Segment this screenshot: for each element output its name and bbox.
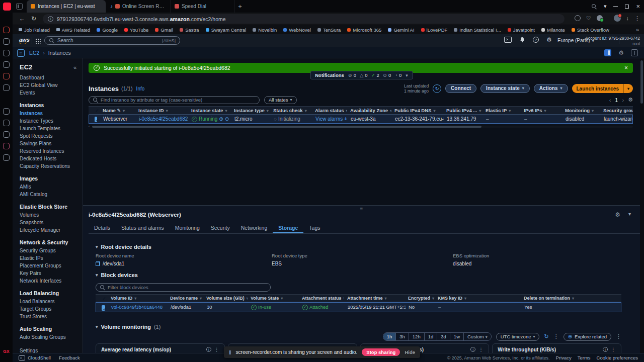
bookmark-item[interactable]: AWS Related [56, 27, 91, 33]
chevron-down-icon[interactable]: ▾ [406, 73, 408, 78]
download-icon[interactable]: ↓ [626, 15, 629, 21]
column-header[interactable]: Attachment status [299, 295, 344, 302]
panel-preferences-icon[interactable]: ⚙ [615, 211, 620, 218]
footer-link[interactable]: Cookie preferences [597, 355, 638, 360]
flashbar-close-icon[interactable]: × [624, 64, 628, 71]
time-range-button[interactable]: 3d [437, 333, 450, 340]
sidebar-item[interactable]: Settings [13, 347, 83, 353]
panel-collapse-icon[interactable]: ▾ [628, 211, 631, 218]
volume-monitoring-section-header[interactable]: ▾ Volume monitoring (1) [96, 324, 160, 330]
help-icon[interactable]: ? [533, 37, 539, 43]
instance-row[interactable]: Webserver i-0e8a5e4f25eabd682 ✓ Running … [89, 115, 633, 124]
extension-icon[interactable] [575, 15, 581, 21]
instance-state-button[interactable]: Instance state▾ [480, 84, 530, 93]
time-range-button[interactable]: 1h [383, 333, 396, 340]
site-info-icon[interactable]: i [48, 16, 53, 22]
avatar-icon[interactable] [614, 15, 621, 22]
bookmark-item[interactable]: Javatpoint [508, 27, 535, 33]
browser-sidebar-app-icon[interactable] [3, 84, 10, 91]
pause-sharing-icon[interactable]: ‖ [229, 349, 231, 355]
bookmark-item[interactable]: Novelbin [253, 27, 277, 33]
launch-instances-button[interactable]: Launch instances ▾ [572, 84, 633, 93]
refresh-button[interactable]: ↻ [31, 15, 36, 22]
account-menu[interactable]: Account ID: 9791-2930-6742 root [585, 36, 640, 46]
browser-sidebar-app-icon[interactable] [3, 120, 10, 126]
browser-sidebar-app-icon[interactable] [3, 61, 10, 68]
minimize-button[interactable] [613, 6, 618, 7]
nav-menu-icon[interactable]: ≡ [17, 49, 25, 57]
sidebar-collapse-icon[interactable]: « [73, 64, 76, 70]
browser-sidebar-app-icon[interactable] [3, 50, 10, 56]
sidebar-item[interactable]: Instances [13, 101, 83, 110]
column-header[interactable]: Elastic IP [482, 107, 521, 114]
block-devices-filter-input[interactable] [108, 285, 267, 290]
browser-tab[interactable]: ♪ Online Screen Record [106, 0, 171, 13]
detail-tab[interactable]: Security [205, 223, 235, 233]
sidebar-item[interactable]: Elastic IPs [13, 254, 83, 262]
sidebar-item[interactable]: Target Groups [13, 305, 83, 313]
column-header[interactable]: Instance ID [135, 107, 188, 114]
bookmark-item[interactable]: Milanote [541, 27, 565, 33]
chart-options-icon[interactable]: ⋮ [214, 347, 219, 352]
column-header[interactable]: KMS key ID [435, 295, 521, 302]
sidebar-item[interactable]: Spot Requests [13, 132, 83, 140]
cloudshell-button[interactable]: >_ CloudShell [19, 355, 51, 360]
column-header[interactable]: Instance type [231, 107, 270, 114]
aws-logo[interactable]: aws [19, 37, 30, 44]
sidebar-item[interactable]: Elastic Block Store [13, 202, 83, 211]
cell-volume-id[interactable]: vol-0c9849f3b401a6448 [108, 303, 168, 312]
explore-related-button[interactable]: ⊕ Explore related [564, 333, 611, 341]
sidebar-item[interactable]: Events [13, 89, 83, 97]
browser-sidebar-app-icon[interactable] [3, 27, 10, 33]
detail-tab[interactable]: Tags [303, 223, 326, 233]
actions-button[interactable]: Actions▾ [534, 84, 568, 93]
browser-settings-icon[interactable]: ⋮ [634, 15, 640, 21]
column-header[interactable]: Status check [270, 107, 312, 114]
block-devices-filter[interactable] [96, 283, 271, 292]
launch-options-caret[interactable]: ▾ [624, 86, 633, 91]
time-range-button[interactable]: 1d [424, 333, 437, 340]
bookmark-item[interactable]: iLovePDF [421, 27, 448, 33]
column-header[interactable]: Public IPv4 ... [443, 107, 482, 114]
breadcrumb-root[interactable]: EC2 [29, 50, 39, 56]
instances-search-input[interactable] [101, 97, 256, 103]
console-search-input[interactable]: Search [Alt+S] [44, 36, 180, 45]
detail-tab[interactable]: Networking [235, 223, 273, 233]
column-header[interactable]: Instance state [188, 107, 231, 114]
notifications-bar[interactable]: Notifications ⊘ 0 △ 0 ✓ 2 [310, 71, 413, 79]
sidebar-item[interactable]: Images [13, 174, 83, 183]
connect-button[interactable]: Connect [445, 84, 476, 93]
column-header[interactable]: Security group ... [600, 107, 633, 114]
column-header[interactable]: Encrypted [405, 295, 435, 302]
browser-sidebar-app-icon[interactable] [3, 143, 10, 149]
bookmark-item[interactable]: Indian Statistical I... [454, 27, 501, 33]
column-header[interactable]: Alarm status [312, 107, 347, 114]
workspace-icon[interactable] [16, 3, 23, 10]
prev-page-button[interactable]: ‹ [609, 97, 611, 103]
sidebar-item[interactable]: Security Groups [13, 247, 83, 254]
browser-tab[interactable]: ♪ Instances | EC2 | eu-west [27, 0, 106, 13]
bookmark-item[interactable]: TenSura [317, 27, 341, 33]
url-field[interactable]: i 979129306740-6vdslb7l.eu-west-3.consol… [43, 14, 565, 24]
bookmark-item[interactable]: Google [97, 27, 118, 33]
column-header[interactable]: Volume State [248, 295, 299, 302]
sidebar-item[interactable]: Instances [13, 110, 83, 117]
detail-tab[interactable]: Monitoring [170, 223, 205, 233]
browser-sidebar-app-icon[interactable] [3, 73, 10, 79]
column-header[interactable]: Device name [167, 295, 203, 302]
browser-sidebar-app-icon[interactable] [3, 131, 10, 138]
cloudshell-icon[interactable]: >_ [504, 37, 512, 43]
sidebar-item[interactable]: Dedicated Hosts [13, 155, 83, 162]
copy-icon[interactable] [96, 261, 100, 266]
bookmarks-overflow-icon[interactable]: » [636, 27, 639, 33]
add-alarm-icon[interactable]: + [344, 115, 347, 123]
footer-link[interactable]: Privacy [556, 355, 572, 360]
detail-tab[interactable]: Details [89, 223, 116, 233]
page-scrollbar[interactable] [640, 58, 644, 353]
shield-icon[interactable] [597, 15, 603, 21]
notifications-bell-icon[interactable] [519, 37, 525, 43]
close-button[interactable]: × [636, 4, 640, 9]
chart-options-icon[interactable]: ⋮ [611, 347, 616, 352]
detail-tab[interactable]: Status and alarms [116, 223, 170, 233]
detail-tab[interactable]: Storage [273, 223, 303, 233]
